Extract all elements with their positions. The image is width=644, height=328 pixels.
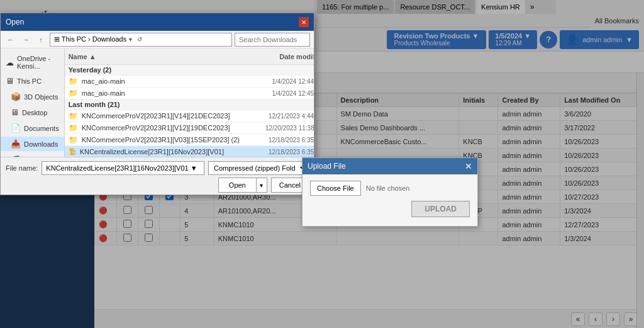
upload-file-row: Choose File No file chosen [310, 181, 470, 196]
documents-icon: 📄 [11, 123, 21, 133]
onedrive-label: OneDrive - Kensi... [17, 55, 59, 70]
dialog-path: ⊞ This PC › Downloads ▾ ↺ [50, 33, 232, 47]
3dobjects-icon: 📦 [11, 92, 21, 101]
folder-icon: 📁 [69, 89, 78, 98]
upload-body: Choose File No file chosen UPLOAD [303, 174, 477, 223]
dialog-nav-3dobjects[interactable]: 📦 3D Objects [1, 89, 64, 104]
dialog-title: Open [6, 18, 24, 26]
dialog-body: ☁ OneDrive - Kensi... 🖥 This PC 📦 3D Obj… [1, 48, 314, 157]
file-date: 1/4/2024 12:44 PM [243, 78, 314, 85]
upload-btn-row: UPLOAD [310, 201, 470, 217]
dialog-forward-btn[interactable]: → [19, 33, 32, 46]
file-item[interactable]: 📁 KNCommerceProV2[2023R1][V14][21DEC2023… [65, 110, 314, 122]
desktop-icon: 🖥 [11, 108, 19, 117]
file-item[interactable]: 📁 mac_aio-main 1/4/2024 12:45 PM [65, 88, 314, 99]
upload-title: Upload File [308, 162, 346, 171]
dialog-nav: ☁ OneDrive - Kensi... 🖥 This PC 📦 3D Obj… [1, 48, 65, 157]
documents-label: Documents [24, 125, 59, 132]
upload-titlebar: Upload File ✕ [303, 158, 477, 174]
dialog-nav-thispc[interactable]: 🖥 This PC [1, 74, 64, 88]
dialog-nav-onedrive[interactable]: ☁ OneDrive - Kensi... [1, 52, 64, 72]
upload-btn[interactable]: UPLOAD [411, 201, 470, 217]
open-btn-group: Open ▾ [218, 178, 267, 193]
dialog-path-text: ⊞ This PC › Downloads [54, 35, 126, 43]
thispc-icon: 🖥 [6, 76, 14, 86]
dialog-titlebar: Open ✕ [1, 13, 314, 31]
file-date: 12/21/2023 4:44 PM [243, 113, 314, 120]
dialog-path-dropdown[interactable]: ▾ [129, 36, 132, 43]
filetype-select[interactable]: Compressed (zipped) Folder [208, 161, 309, 175]
file-col-name[interactable]: Name ▲ [69, 53, 238, 60]
file-name: KNCommerceProV2[2023R1][V03][15SEP2023] … [82, 136, 240, 144]
dialog-back-btn[interactable]: ← [4, 33, 17, 46]
file-item[interactable]: 📁 KNCommerceProV2[2023R1][V12][19DEC2023… [65, 122, 314, 134]
file-group-lastmonth: Last month (21) [65, 99, 314, 110]
file-list-header: Name ▲ Date modified [65, 48, 314, 65]
file-open-dialog: Open ✕ ← → ↑ ⊞ This PC › Downloads ▾ ↺ ☁… [0, 13, 314, 195]
upload-dialog: Upload File ✕ Choose File No file chosen… [302, 157, 478, 227]
dialog-address-bar: ← → ↑ ⊞ This PC › Downloads ▾ ↺ [1, 31, 314, 48]
filename-label: File name: [6, 164, 38, 172]
folder-icon: 📁 [69, 111, 78, 120]
dialog-refresh-btn[interactable]: ↺ [137, 36, 142, 43]
dialog-open-btn[interactable]: Open [218, 178, 256, 193]
desktop-label: Desktop [22, 109, 47, 116]
file-name: KNCommerceProV2[2023R1][V14][21DEC2023] [82, 112, 240, 120]
dialog-nav-music[interactable]: 🎵 Music [1, 152, 64, 157]
upload-close-btn[interactable]: ✕ [465, 161, 472, 171]
file-date: 12/20/2023 11:38 AM [243, 125, 314, 132]
file-group-yesterday: Yesterday (2) [65, 65, 314, 76]
zip-icon: 🗜 [69, 147, 76, 156]
file-name: KNCentralizedLicense[23R1][16Nov2023][V0… [80, 148, 240, 156]
dialog-open-arrow[interactable]: ▾ [256, 178, 267, 193]
dialog-nav-downloads[interactable]: 📥 Downloads [1, 137, 64, 151]
folder-icon: 📁 [69, 135, 78, 144]
thispc-label: This PC [17, 77, 42, 85]
downloads-icon: 📥 [11, 139, 21, 149]
3dobjects-label: 3D Objects [24, 93, 58, 101]
file-list: Yesterday (2) 📁 mac_aio-main 1/4/2024 12… [65, 65, 314, 157]
filename-row: File name: Compressed (zipped) Folder [6, 161, 309, 175]
dialog-btn-row: Open ▾ Cancel [6, 178, 309, 193]
file-date: 1/4/2024 12:45 PM [243, 90, 314, 97]
file-date: 12/18/2023 6:35 PM [243, 149, 314, 156]
file-date: 12/18/2023 6:35 PM [243, 137, 314, 144]
dialog-up-btn[interactable]: ↑ [35, 33, 47, 46]
choose-file-btn[interactable]: Choose File [310, 181, 361, 196]
dialog-nav-documents[interactable]: 📄 Documents [1, 121, 64, 135]
dialog-file-area: Name ▲ Date modified Yesterday (2) 📁 mac… [65, 48, 314, 157]
file-name: mac_aio-main [82, 77, 240, 85]
folder-icon: 📁 [69, 77, 78, 86]
file-item-selected[interactable]: 🗜 KNCentralizedLicense[23R1][16Nov2023][… [65, 146, 314, 157]
folder-icon: 📁 [69, 123, 78, 132]
dialog-bottom: File name: Compressed (zipped) Folder Op… [1, 157, 314, 195]
file-item[interactable]: 📁 mac_aio-main 1/4/2024 12:44 PM [65, 76, 314, 88]
file-name: mac_aio-main [82, 89, 240, 97]
dialog-close-btn[interactable]: ✕ [299, 17, 309, 27]
onedrive-icon: ☁ [6, 58, 14, 67]
file-name: KNCommerceProV2[2023R1][V12][19DEC2023] [82, 124, 240, 132]
dialog-nav-desktop[interactable]: 🖥 Desktop [1, 105, 64, 120]
filename-input[interactable] [42, 161, 204, 175]
no-file-label: No file chosen [366, 184, 410, 192]
dialog-search-input[interactable] [235, 33, 310, 47]
file-col-date[interactable]: Date modified [243, 53, 314, 60]
downloads-label: Downloads [24, 140, 58, 148]
file-item[interactable]: 📁 KNCommerceProV2[2023R1][V03][15SEP2023… [65, 134, 314, 146]
